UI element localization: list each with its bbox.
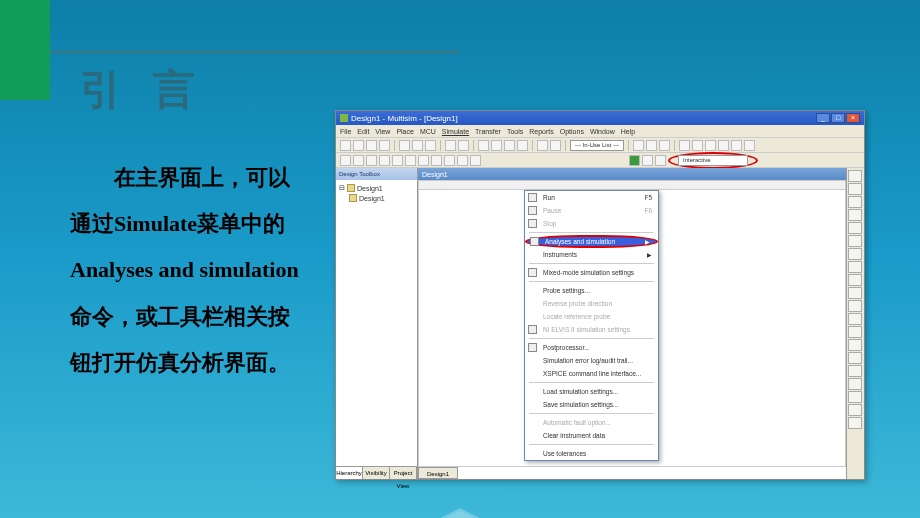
tab-hierarchy[interactable]: Hierarchy (336, 467, 363, 479)
toolbar-button[interactable] (646, 140, 657, 151)
help-button[interactable] (744, 140, 755, 151)
component-button[interactable] (444, 155, 455, 166)
zoom-fit-button[interactable] (517, 140, 528, 151)
instrument-button[interactable] (848, 287, 862, 299)
toolbar-button[interactable] (659, 140, 670, 151)
instrument-button[interactable] (848, 326, 862, 338)
toolbar-button[interactable] (679, 140, 690, 151)
menu-mcu[interactable]: MCU (420, 128, 436, 135)
instrument-button[interactable] (848, 222, 862, 234)
menu-item-run[interactable]: RunF5 (525, 191, 658, 204)
design-tree: ⊟ Design1 Design1 (336, 180, 417, 466)
zoom-out-button[interactable] (491, 140, 502, 151)
instrument-button[interactable] (848, 209, 862, 221)
run-button[interactable] (629, 155, 640, 166)
in-use-list-dropdown[interactable]: --- In-Use List --- (570, 140, 624, 151)
menu-options[interactable]: Options (560, 128, 584, 135)
instrument-button[interactable] (848, 183, 862, 195)
menu-place[interactable]: Place (396, 128, 414, 135)
zoom-in-button[interactable] (478, 140, 489, 151)
menu-window[interactable]: Window (590, 128, 615, 135)
instrument-button[interactable] (848, 248, 862, 260)
new-button[interactable] (340, 140, 351, 151)
menu-transfer[interactable]: Transfer (475, 128, 501, 135)
component-button[interactable] (457, 155, 468, 166)
save-button[interactable] (366, 140, 377, 151)
instrument-button[interactable] (848, 300, 862, 312)
component-button[interactable] (366, 155, 377, 166)
menu-item-mixed-mode[interactable]: Mixed-mode simulation settings (525, 266, 658, 279)
tab-project-view[interactable]: Project View (390, 467, 417, 479)
window-titlebar[interactable]: Design1 - Multisim - [Design1] _ □ × (336, 111, 864, 125)
maximize-button[interactable]: □ (831, 113, 845, 123)
toolbar-button[interactable] (550, 140, 561, 151)
toolbar-button[interactable] (692, 140, 703, 151)
print-button[interactable] (379, 140, 390, 151)
instrument-button[interactable] (848, 404, 862, 416)
instrument-button[interactable] (848, 261, 862, 273)
menu-simulate[interactable]: Simulate (442, 128, 469, 135)
component-button[interactable] (353, 155, 364, 166)
component-button[interactable] (418, 155, 429, 166)
instrument-button[interactable] (848, 339, 862, 351)
menu-item-clear-instrument[interactable]: Clear instrument data (525, 429, 658, 442)
toolbar-button[interactable] (633, 140, 644, 151)
instrument-button[interactable] (848, 365, 862, 377)
component-button[interactable] (379, 155, 390, 166)
menu-item-instruments[interactable]: Instruments▶ (525, 248, 658, 261)
zoom-area-button[interactable] (504, 140, 515, 151)
close-button[interactable]: × (846, 113, 860, 123)
component-button[interactable] (405, 155, 416, 166)
menu-edit[interactable]: Edit (357, 128, 369, 135)
menu-item-use-tolerances[interactable]: Use tolerances (525, 447, 658, 460)
menu-item-error-log[interactable]: Simulation error log/audit trail... (525, 354, 658, 367)
menu-item-analyses-simulation[interactable]: Analyses and simulation▶ (525, 235, 658, 248)
postprocessor-icon (528, 343, 537, 352)
minimize-button[interactable]: _ (816, 113, 830, 123)
instrument-button[interactable] (848, 417, 862, 429)
component-button[interactable] (431, 155, 442, 166)
menu-reports[interactable]: Reports (529, 128, 554, 135)
menu-file[interactable]: File (340, 128, 351, 135)
toolbar-button[interactable] (718, 140, 729, 151)
component-button[interactable] (392, 155, 403, 166)
copy-button[interactable] (412, 140, 423, 151)
interactive-dropdown-highlighted: Interactive (668, 152, 758, 169)
menu-item-postprocessor[interactable]: Postprocessor... (525, 341, 658, 354)
instrument-button[interactable] (848, 378, 862, 390)
instrument-button[interactable] (848, 313, 862, 325)
instrument-button[interactable] (848, 235, 862, 247)
cut-button[interactable] (399, 140, 410, 151)
pause-button[interactable] (642, 155, 653, 166)
toolbar-button[interactable] (731, 140, 742, 151)
schematic-area: Design1 RunF5 PauseF6 Stop Analyses and … (418, 168, 846, 479)
instrument-button[interactable] (848, 170, 862, 182)
undo-button[interactable] (445, 140, 456, 151)
instrument-button[interactable] (848, 391, 862, 403)
open-button[interactable] (353, 140, 364, 151)
tree-root[interactable]: ⊟ Design1 (339, 183, 414, 193)
document-tab[interactable]: Design1 (418, 467, 458, 479)
menu-tools[interactable]: Tools (507, 128, 523, 135)
instrument-button[interactable] (848, 196, 862, 208)
component-button[interactable] (340, 155, 351, 166)
instrument-button[interactable] (848, 352, 862, 364)
menu-help[interactable]: Help (621, 128, 635, 135)
document-titlebar: Design1 (418, 168, 846, 180)
schematic-canvas[interactable]: RunF5 PauseF6 Stop Analyses and simulati… (418, 180, 846, 467)
interactive-dropdown[interactable]: Interactive (678, 155, 748, 166)
component-button[interactable] (470, 155, 481, 166)
stop-button[interactable] (655, 155, 666, 166)
menu-item-xspice[interactable]: XSPICE command line interface... (525, 367, 658, 380)
toolbar-button[interactable] (705, 140, 716, 151)
menu-view[interactable]: View (375, 128, 390, 135)
redo-button[interactable] (458, 140, 469, 151)
instrument-button[interactable] (848, 274, 862, 286)
toolbar-button[interactable] (537, 140, 548, 151)
tab-visibility[interactable]: Visibility (363, 467, 390, 479)
menu-item-probe-settings[interactable]: Probe settings... (525, 284, 658, 297)
tree-child[interactable]: Design1 (339, 193, 414, 203)
menu-item-load-settings[interactable]: Load simulation settings... (525, 385, 658, 398)
paste-button[interactable] (425, 140, 436, 151)
menu-item-save-settings[interactable]: Save simulation settings... (525, 398, 658, 411)
